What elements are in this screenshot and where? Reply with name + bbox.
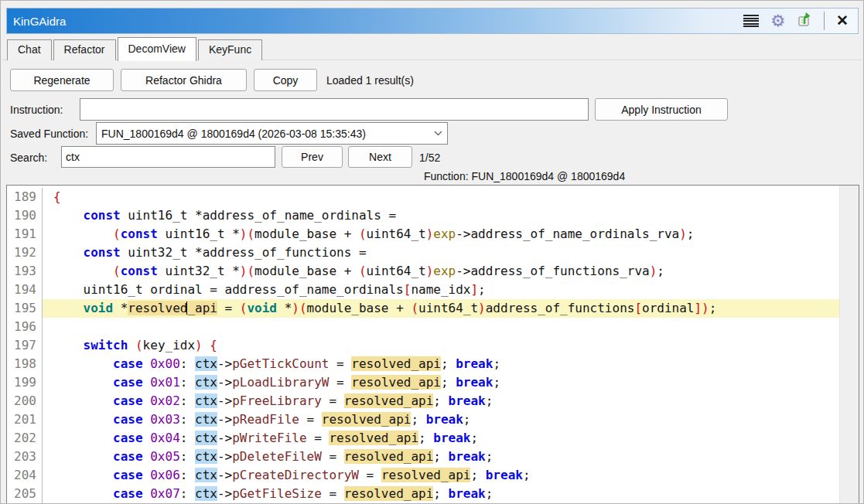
code-line-201[interactable]: 201 case 0x03: ctx->pReadFile = resolved… [7, 410, 839, 429]
code-token: pGetFileSize [232, 486, 322, 501]
code-line-text: uint16_t ordinal = address_of_name_ordin… [43, 281, 839, 299]
checkin-icon[interactable] [797, 12, 812, 30]
chevron-down-icon [429, 131, 447, 136]
code-token: pGetTickCount [232, 356, 329, 371]
code-token: case [113, 486, 143, 501]
code-token: * [113, 301, 128, 315]
code-line-199[interactable]: 199 case 0x01: ctx->pLoadLibraryW = reso… [7, 373, 839, 392]
title-bar-icons: ⚙ ✕ [743, 12, 858, 30]
code-line-192[interactable]: 192 const uint32_t *address_of_functions… [7, 243, 839, 262]
code-line-text: { [43, 188, 839, 206]
code-token: [ [634, 301, 642, 315]
code-token: case [113, 393, 143, 408]
code-token: module_base + [307, 301, 412, 315]
code-line-190[interactable]: 190 const uint16_t *address_of_name_ordi… [7, 206, 839, 225]
code-line-203[interactable]: 203 case 0x05: ctx->pDeleteFileW = resol… [7, 448, 839, 466]
code-token: ; [418, 431, 433, 445]
code-token: : [180, 375, 195, 390]
code-token: : [180, 449, 195, 464]
tab-decomview[interactable]: DecomView [118, 37, 196, 61]
code-token [143, 431, 151, 445]
code-line-text: const uint16_t *address_of_name_ordinals… [43, 206, 839, 225]
code-line-text [43, 318, 839, 336]
saved-function-label: Saved Function: [10, 128, 88, 140]
code-line-204[interactable]: 204 case 0x06: ctx->pCreateDirectoryW = … [7, 466, 839, 485]
code-token: resolved_api [381, 468, 471, 482]
search-input[interactable] [61, 146, 275, 168]
code-token [53, 245, 84, 260]
code-line-text: const uint32_t *address_of_functions = [43, 243, 839, 262]
code-token: resolved_api [351, 375, 441, 390]
line-number: 189 [7, 188, 43, 206]
copy-button[interactable]: Copy [254, 69, 317, 91]
tab-refactor[interactable]: Refactor [53, 39, 116, 60]
code-token: module_base + [254, 264, 359, 278]
code-token: 0x07 [150, 486, 180, 501]
apply-instruction-button[interactable]: Apply Instruction [595, 98, 728, 121]
code-token: case [113, 431, 143, 445]
search-next-button[interactable]: Next [348, 146, 412, 168]
code-line-198[interactable]: 198 case 0x00: ctx->pGetTickCount = reso… [7, 355, 839, 373]
code-token [143, 486, 151, 501]
instruction-input[interactable] [80, 98, 589, 121]
code-token: pFreeLibrary [232, 393, 322, 408]
code-line-193[interactable]: 193 (const uint32_t *)(module_base + (ui… [7, 262, 839, 281]
code-token: 0x01 [150, 375, 180, 390]
code-line-text: case 0x05: ctx->pDeleteFileW = resolved_… [43, 448, 839, 466]
code-token [53, 375, 113, 390]
code-scrollbar[interactable] [839, 186, 859, 503]
code-line-202[interactable]: 202 case 0x04: ctx->pWriteFile = resolve… [7, 429, 839, 448]
settings-gear-icon[interactable]: ⚙ [770, 13, 785, 29]
line-number: 196 [7, 318, 43, 336]
code-line-195[interactable]: 195 void *resolved_api = (void *)(module… [7, 299, 839, 318]
code-token: ctx [195, 356, 217, 371]
code-token: -> [217, 449, 232, 464]
code-line-205[interactable]: 205 case 0x07: ctx->pGetFileSize = resol… [7, 485, 839, 503]
code-token: )( [240, 264, 254, 278]
code-token: break [449, 449, 486, 464]
code-line-191[interactable]: 191 (const uint16_t *)(module_base + (ui… [7, 225, 839, 243]
code-line-196[interactable]: 196 [7, 318, 839, 336]
code-line-194[interactable]: 194 uint16_t ordinal = address_of_name_o… [7, 281, 839, 299]
search-prev-button[interactable]: Prev [282, 146, 343, 168]
window-title: KinGAidra [7, 15, 743, 28]
close-icon[interactable]: ✕ [836, 13, 849, 29]
line-number: 191 [7, 225, 43, 243]
code-line-200[interactable]: 200 case 0x02: ctx->pFreeLibrary = resol… [7, 392, 839, 410]
code-token: ->address_of_name_ordinals_rva [456, 226, 679, 241]
code-token: exp [433, 264, 456, 278]
code-token: = [329, 375, 351, 390]
title-bar[interactable]: KinGAidra ⚙ ✕ [6, 8, 859, 34]
tab-chat[interactable]: Chat [7, 39, 52, 60]
function-header: Function: FUN_1800169d4 @ 1800169d4 [424, 170, 625, 182]
decompiled-code-view[interactable]: 189{190 const uint16_t *address_of_name_… [6, 185, 859, 504]
code-token: pDeleteFileW [232, 449, 322, 464]
line-number: 199 [7, 373, 43, 392]
code-line-189[interactable]: 189{ [7, 188, 839, 206]
code-token: break [456, 375, 493, 390]
code-token: case [113, 468, 143, 482]
refactor-ghidra-button[interactable]: Refactor Ghidra [121, 69, 247, 91]
code-token: : [180, 431, 195, 445]
code-token: ) [426, 264, 434, 278]
line-number: 194 [7, 281, 43, 299]
code-token: ; [433, 449, 448, 464]
code-token [53, 226, 113, 241]
code-token: ; [486, 393, 493, 408]
code-token [143, 375, 151, 390]
code-line-197[interactable]: 197 switch (key_idx) { [7, 336, 839, 355]
code-token: )( [292, 301, 306, 315]
code-token: ->address_of_functions_rva [456, 264, 649, 278]
code-token: uint32_t * [158, 264, 240, 278]
menu-icon[interactable] [743, 15, 759, 27]
regenerate-button[interactable]: Regenerate [10, 69, 114, 91]
code-token: ; [433, 486, 448, 501]
code-token [53, 449, 113, 464]
code-line-text: (const uint16_t *)(module_base + (uint64… [43, 225, 839, 243]
line-number: 201 [7, 410, 43, 429]
code-token: : [180, 412, 195, 427]
code-token: uint64_t [367, 264, 426, 278]
tab-keyfunc[interactable]: KeyFunc [198, 39, 262, 60]
code-token: = [329, 356, 351, 371]
saved-function-dropdown[interactable]: FUN_1800169d4 @ 1800169d4 (2026-03-08 15… [96, 122, 448, 145]
